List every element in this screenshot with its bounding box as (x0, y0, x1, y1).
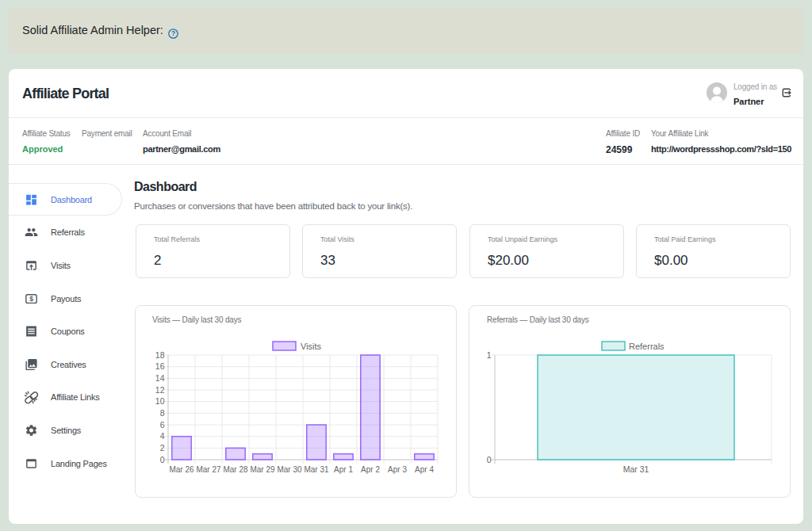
svg-text:Apr 3: Apr 3 (388, 465, 407, 474)
svg-text:Referrals — Daily last 30 days: Referrals — Daily last 30 days (487, 315, 589, 324)
svg-text:1: 1 (487, 350, 492, 360)
svg-text:0: 0 (160, 455, 165, 464)
svg-text:Mar 30: Mar 30 (277, 465, 302, 474)
svg-text:?: ? (171, 29, 175, 37)
svg-text:0: 0 (487, 455, 492, 464)
svg-text:16: 16 (155, 361, 165, 371)
svg-text:Mar 31: Mar 31 (623, 464, 649, 474)
svg-text:18: 18 (155, 350, 165, 360)
svg-text:6: 6 (160, 420, 165, 430)
svg-text:Visits: Visits (301, 342, 322, 351)
svg-text:Visits — Daily last 30 days: Visits — Daily last 30 days (152, 315, 241, 324)
svg-text:Apr 4: Apr 4 (415, 465, 434, 474)
svg-text:Mar 31: Mar 31 (304, 465, 329, 474)
svg-text:Mar 29: Mar 29 (250, 465, 275, 474)
svg-text:Mar 26: Mar 26 (169, 465, 194, 474)
svg-text:Apr 2: Apr 2 (361, 465, 380, 474)
svg-text:Mar 28: Mar 28 (223, 465, 248, 474)
svg-text:4: 4 (160, 431, 165, 441)
svg-text:10: 10 (155, 396, 165, 406)
svg-text:8: 8 (160, 408, 165, 418)
svg-text:$: $ (29, 295, 33, 303)
svg-text:12: 12 (155, 385, 165, 395)
svg-text:Mar 27: Mar 27 (196, 465, 221, 474)
svg-text:2: 2 (160, 443, 165, 453)
svg-text:Apr 1: Apr 1 (334, 465, 353, 474)
svg-text:Referrals: Referrals (629, 342, 665, 351)
svg-text:14: 14 (155, 373, 165, 383)
